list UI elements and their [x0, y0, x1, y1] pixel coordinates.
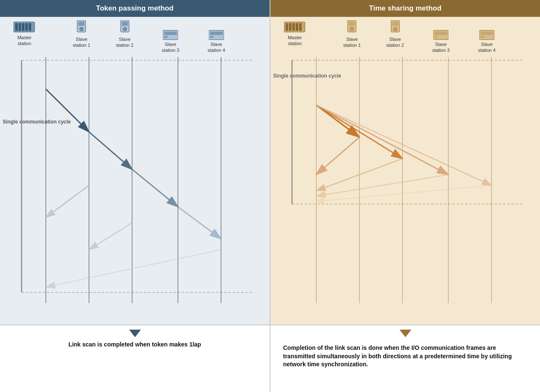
svg-line-34 — [46, 250, 221, 287]
svg-rect-2 — [19, 23, 21, 31]
svg-line-29 — [89, 132, 132, 169]
right-panel: Time sharing method Masterstation — [270, 0, 540, 325]
svg-rect-13 — [164, 32, 177, 35]
svg-line-31 — [178, 207, 221, 239]
right-slave3: Slavestation 3 — [432, 30, 450, 53]
right-slave1-icon — [347, 20, 357, 35]
svg-line-68 — [316, 105, 491, 185]
svg-point-11 — [123, 27, 127, 31]
diagrams-row: Token passing method Masterstation — [0, 0, 540, 325]
svg-rect-14 — [164, 36, 167, 38]
svg-rect-41 — [289, 23, 292, 31]
svg-rect-4 — [25, 23, 28, 31]
svg-rect-46 — [349, 21, 355, 26]
svg-rect-5 — [29, 23, 31, 31]
right-slave2: Slavestation 2 — [386, 20, 404, 48]
svg-point-50 — [394, 27, 397, 31]
svg-rect-16 — [210, 32, 223, 35]
left-panel-header: Token passing method — [0, 0, 270, 17]
svg-line-72 — [316, 185, 491, 201]
right-slave4-icon — [479, 30, 494, 40]
master-icon — [14, 20, 35, 34]
bottom-right: Completion of the link scan is done when… — [270, 325, 540, 392]
right-slave3-icon — [433, 30, 448, 40]
left-slave4: Slavestation 4 — [208, 30, 225, 53]
left-slave2: Slavestation 2 — [116, 20, 134, 48]
svg-rect-43 — [296, 23, 298, 31]
svg-rect-49 — [392, 21, 398, 26]
svg-rect-44 — [299, 23, 302, 31]
svg-rect-10 — [122, 21, 128, 26]
right-master-icon — [284, 20, 306, 34]
left-master-station: Masterstation — [14, 20, 35, 46]
right-master-station: Masterstation — [284, 20, 306, 46]
right-cycle-label: Single communication cycle — [273, 72, 341, 80]
svg-line-67 — [316, 105, 448, 175]
svg-rect-53 — [435, 36, 438, 38]
slave1-icon — [76, 20, 86, 35]
right-slave1: Slavestation 1 — [343, 20, 361, 48]
slave3-icon — [163, 30, 178, 40]
svg-line-32 — [46, 185, 89, 217]
svg-point-47 — [350, 27, 354, 31]
right-diagram-area: Masterstation Slavestation 1 — [270, 17, 540, 325]
left-arrow-triangle — [129, 330, 141, 337]
bottom-left: Link scan is completed when token makes … — [0, 325, 270, 392]
right-bottom-text: Completion of the link scan is done when… — [283, 344, 527, 369]
svg-rect-7 — [78, 21, 84, 26]
right-panel-header: Time sharing method — [270, 0, 540, 17]
svg-rect-17 — [210, 36, 213, 38]
svg-rect-42 — [292, 23, 295, 31]
svg-line-69 — [316, 137, 359, 175]
left-diagram-area: Masterstation Slavestation 1 — [0, 17, 270, 325]
svg-line-65 — [316, 105, 359, 137]
svg-rect-52 — [435, 32, 447, 35]
left-bottom-text: Link scan is completed when token makes … — [68, 341, 201, 349]
svg-line-30 — [132, 169, 178, 207]
main-container: Token passing method Masterstation — [0, 0, 540, 392]
svg-line-71 — [316, 175, 448, 196]
right-diagram-svg — [270, 57, 540, 325]
svg-rect-55 — [481, 32, 493, 35]
right-slave2-icon — [390, 20, 400, 35]
svg-rect-56 — [481, 36, 484, 38]
right-arrow-triangle — [400, 330, 411, 337]
left-slave3: Slavestation 3 — [162, 30, 179, 53]
slave4-icon — [209, 30, 224, 40]
left-panel: Token passing method Masterstation — [0, 0, 270, 325]
svg-rect-3 — [22, 23, 24, 31]
svg-point-8 — [80, 27, 83, 31]
left-slave1: Slavestation 1 — [73, 20, 91, 48]
svg-rect-40 — [286, 23, 288, 31]
bottom-row: Link scan is completed when token makes … — [0, 325, 540, 392]
left-cycle-label: Single communication cycle — [3, 118, 70, 126]
svg-rect-1 — [15, 23, 18, 31]
right-slave4: Slavestation 4 — [478, 30, 496, 53]
left-diagram-svg — [0, 57, 270, 325]
slave2-icon — [120, 20, 130, 35]
svg-line-33 — [89, 223, 132, 250]
